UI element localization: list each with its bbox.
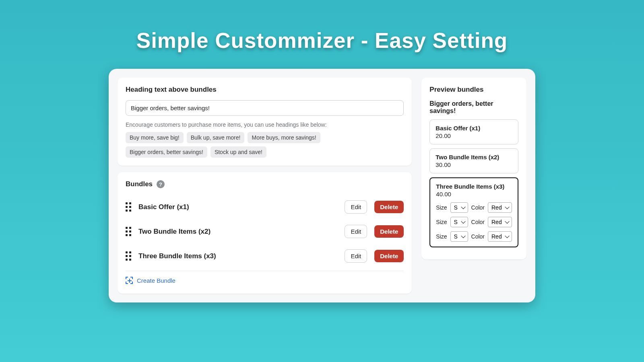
- suggestion-chip[interactable]: More buys, more savings!: [248, 132, 320, 143]
- right-column: Preview bundles Bigger orders, better sa…: [421, 78, 526, 294]
- suggestion-chip[interactable]: Bigger orders, better savings!: [126, 146, 207, 158]
- preview-bundle-card-selected[interactable]: Three Bundle Items (x3) 40.00 Size S Col…: [429, 177, 518, 247]
- bundles-title: Bundles: [126, 180, 153, 188]
- bundle-name: Two Bundle Items (x2): [138, 228, 337, 236]
- edit-button[interactable]: Edit: [345, 200, 367, 214]
- bundles-title-row: Bundles ?: [126, 180, 404, 188]
- color-label: Color: [471, 233, 485, 240]
- preview-bundle-title: Basic Offer (x1): [436, 125, 512, 132]
- drag-handle-icon[interactable]: [126, 227, 131, 236]
- delete-button[interactable]: Delete: [374, 225, 404, 238]
- preview-bundle-title: Two Bundle Items (x2): [436, 154, 512, 160]
- size-label: Size: [436, 204, 447, 211]
- size-select[interactable]: S: [450, 202, 468, 213]
- bundle-row: Two Bundle Items (x2) Edit Delete: [126, 219, 404, 244]
- heading-text-title: Heading text above bundles: [126, 86, 404, 94]
- add-dashed-icon: [126, 277, 133, 284]
- create-bundle-button[interactable]: Create Bundle: [137, 277, 175, 284]
- size-select[interactable]: S: [450, 217, 468, 227]
- bundle-name: Basic Offer (x1): [138, 203, 337, 211]
- preview-bundle-card[interactable]: Two Bundle Items (x2) 30.00: [429, 148, 518, 173]
- suggestion-chip[interactable]: Stock up and save!: [211, 146, 266, 158]
- bundle-name: Three Bundle Items (x3): [138, 252, 337, 260]
- preview-bundle-price: 20.00: [436, 132, 512, 139]
- heading-helper-text: Encourage customers to purchase more ite…: [126, 121, 404, 128]
- page-banner: Simple Custommizer - Easy Setting: [0, 0, 644, 60]
- heading-text-input[interactable]: [126, 100, 404, 116]
- settings-panel: Heading text above bundles Encourage cus…: [109, 69, 535, 302]
- heading-text-card: Heading text above bundles Encourage cus…: [118, 78, 412, 166]
- preview-title: Preview bundles: [429, 86, 518, 94]
- help-icon[interactable]: ?: [157, 180, 165, 188]
- size-label: Size: [436, 219, 447, 225]
- suggestion-chip[interactable]: Buy more, save big!: [126, 132, 184, 143]
- color-select[interactable]: Red: [488, 217, 512, 227]
- create-bundle-row: Create Bundle: [126, 271, 404, 286]
- edit-button[interactable]: Edit: [345, 249, 367, 263]
- size-select[interactable]: S: [450, 231, 468, 242]
- delete-button[interactable]: Delete: [374, 250, 404, 262]
- delete-button[interactable]: Delete: [374, 201, 404, 213]
- preview-bundle-title: Three Bundle Items (x3): [436, 183, 512, 190]
- edit-button[interactable]: Edit: [345, 225, 367, 238]
- preview-heading-text: Bigger orders, better savings!: [429, 100, 518, 115]
- suggestion-chip[interactable]: Bulk up, save more!: [187, 132, 245, 143]
- variant-option-row: Size S Color Red: [436, 217, 512, 227]
- variant-option-row: Size S Color Red: [436, 202, 512, 213]
- bundles-card: Bundles ? Basic Offer (x1) Edit Delete T…: [118, 172, 412, 294]
- drag-handle-icon[interactable]: [126, 202, 131, 212]
- left-column: Heading text above bundles Encourage cus…: [118, 78, 412, 294]
- color-select[interactable]: Red: [488, 202, 512, 213]
- size-label: Size: [436, 233, 447, 240]
- preview-bundle-price: 40.00: [436, 191, 512, 197]
- color-select[interactable]: Red: [488, 231, 512, 242]
- preview-bundle-card[interactable]: Basic Offer (x1) 20.00: [429, 119, 518, 144]
- color-label: Color: [471, 204, 485, 211]
- color-label: Color: [471, 219, 485, 225]
- drag-handle-icon[interactable]: [126, 251, 131, 261]
- bundle-row: Three Bundle Items (x3) Edit Delete: [126, 244, 404, 268]
- preview-card: Preview bundles Bigger orders, better sa…: [421, 78, 526, 259]
- bundle-row: Basic Offer (x1) Edit Delete: [126, 195, 404, 219]
- preview-bundle-price: 30.00: [436, 161, 512, 168]
- suggestion-chips: Buy more, save big! Bulk up, save more! …: [126, 132, 404, 158]
- variant-option-row: Size S Color Red: [436, 231, 512, 242]
